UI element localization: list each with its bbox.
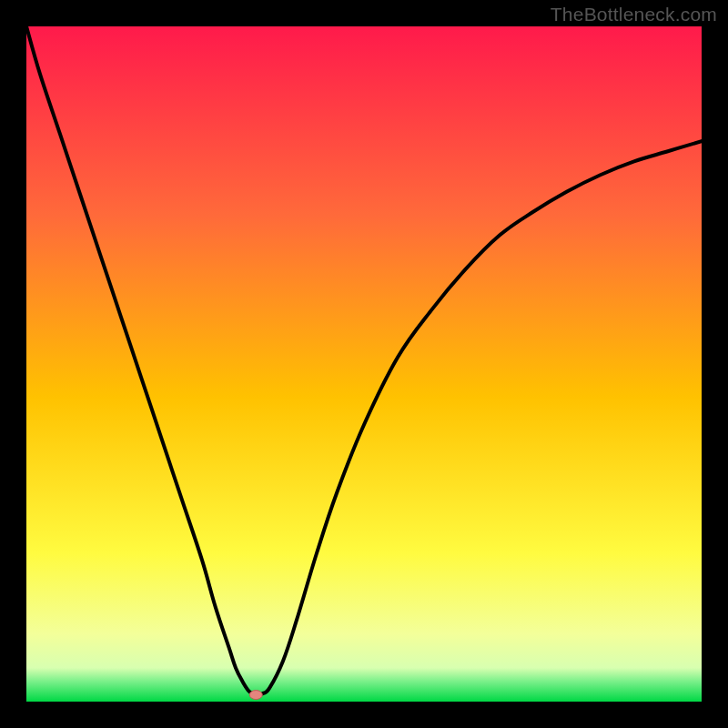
bottleneck-chart (26, 26, 702, 702)
watermark-text: TheBottleneck.com (551, 4, 717, 25)
plot-area (26, 26, 702, 702)
chart-frame: TheBottleneck.com (0, 0, 728, 728)
gradient-background (26, 26, 702, 702)
min-marker (249, 691, 262, 700)
